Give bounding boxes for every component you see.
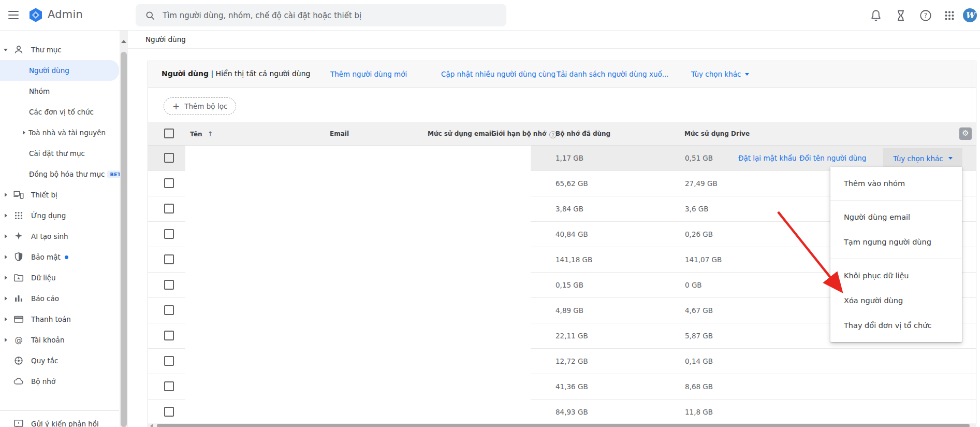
row-checkbox[interactable]	[164, 331, 174, 340]
row-checkbox[interactable]	[164, 254, 174, 264]
menu-item-change-org-unit[interactable]: Thay đổi đơn vị tổ chức	[830, 313, 962, 338]
toolbar-link-add-new-user[interactable]: Thêm người dùng mới	[330, 70, 407, 78]
sidebar-item-label: Quy tắc	[31, 357, 58, 365]
row-checkbox[interactable]	[164, 305, 174, 315]
drive-usage-value: 4,67 GB	[685, 306, 713, 315]
scroll-left-icon[interactable]	[150, 424, 153, 427]
sort-ascending-icon: ↑	[208, 130, 213, 138]
search-bar[interactable]	[136, 4, 506, 26]
scroll-up-icon[interactable]	[121, 40, 126, 43]
menu-item-delete-user[interactable]: Xóa người dùng	[830, 288, 962, 313]
toolbar-link-bulk-update-users[interactable]: Cập nhật nhiều người dùng cùng l...	[441, 70, 566, 78]
help-icon[interactable]: ?	[919, 9, 932, 22]
card-icon	[13, 314, 24, 325]
menu-item-restore-data[interactable]: Khôi phục dữ liệu	[830, 263, 962, 288]
chevron-right-icon	[2, 296, 9, 301]
sidebar-item-label: Bộ nhớ	[31, 377, 55, 386]
sidebar-item-label: Thiết bị	[31, 191, 57, 199]
hourglass-tasks-icon[interactable]	[894, 9, 908, 22]
drive-usage-value: 0,26 GB	[685, 230, 713, 238]
sidebar-item-label: Thanh toán	[31, 315, 71, 323]
row-checkbox[interactable]	[164, 229, 174, 239]
storage-used-value: 4,89 GB	[555, 306, 583, 315]
horizontal-scrollbar-thumb[interactable]	[157, 424, 970, 427]
sidebar-item-toa-nha-va-tai-nguyen[interactable]: Toà nhà và tài nguyên	[0, 122, 119, 143]
sidebar-item-dong-bo-hoa-thu-muc[interactable]: Đồng bộ hóa thư mụcBETA	[0, 164, 119, 184]
menu-hamburger-icon[interactable]	[8, 11, 19, 19]
menu-item-suspend-user[interactable]: Tạm ngưng người dùng	[830, 230, 962, 254]
more-options-button[interactable]: Tùy chọn khác	[883, 148, 962, 168]
notifications-bell-icon[interactable]	[869, 9, 883, 22]
sidebar-item-tai-khoan[interactable]: @Tài khoản	[0, 330, 119, 350]
row-checkbox[interactable]	[164, 407, 174, 417]
drive-usage-value: 0 GB	[685, 281, 702, 289]
chevron-right-icon	[2, 276, 9, 280]
row-checkbox[interactable]	[164, 153, 174, 163]
sidebar-item-cai-dat-thu-muc[interactable]: Cài đặt thư mục	[0, 143, 119, 164]
drive-usage-value: 0,14 GB	[685, 357, 713, 365]
apps-icon	[13, 210, 24, 221]
plus-icon: +	[172, 101, 180, 111]
sidebar-item-thu-muc[interactable]: Thư mục	[0, 39, 119, 60]
rename-user-link[interactable]: Đổi tên người dùng	[799, 154, 866, 162]
row-checkbox[interactable]	[164, 178, 174, 188]
sidebar-item-du-lieu[interactable]: Dữ liệu	[0, 267, 119, 288]
toolbar-link-download-user-list[interactable]: Tải danh sách người dùng xuố...	[557, 70, 669, 78]
sidebar-item-thanh-toan[interactable]: Thanh toán	[0, 309, 119, 330]
sidebar-item-quy-tac[interactable]: Quy tắc	[0, 350, 119, 371]
sidebar-item-nhom[interactable]: Nhóm	[0, 81, 119, 102]
sidebar-scrollbar-thumb[interactable]	[121, 52, 127, 427]
row-checkbox[interactable]	[164, 204, 174, 214]
chevron-right-icon	[2, 214, 9, 218]
storage-used-value: 22,11 GB	[555, 332, 588, 340]
storage-used-value: 0,15 GB	[555, 281, 583, 289]
row-checkbox[interactable]	[164, 381, 174, 391]
add-filter-label: Thêm bộ lọc	[184, 102, 227, 110]
sidebar-item-label: Bảo mật	[31, 253, 61, 261]
sidebar-scrollbar[interactable]	[120, 31, 128, 427]
row-checkbox[interactable]	[164, 356, 174, 366]
sidebar-item-ai-tao-sinh[interactable]: AI tạo sinh	[0, 226, 119, 247]
sidebar-item-bo-nho[interactable]: Bộ nhớ	[0, 371, 119, 392]
folder-icon	[13, 272, 24, 283]
filter-row: + Thêm bộ lọc	[148, 88, 976, 122]
column-header-drive-usage: Mức sử dụng Drive	[684, 130, 750, 137]
storage-used-value: 12,72 GB	[555, 357, 588, 365]
menu-item-add-to-group[interactable]: Thêm vào nhóm	[830, 171, 962, 196]
column-header-name[interactable]: Tên↑	[190, 130, 213, 138]
user-avatar[interactable]: W	[963, 8, 977, 22]
sidebar-item-label: Ứng dụng	[31, 211, 66, 220]
drive-usage-value: 11,8 GB	[685, 408, 713, 416]
sidebar-item-label: Thư mục	[31, 46, 62, 54]
shield-icon	[13, 251, 24, 263]
devices-icon	[13, 189, 24, 201]
column-header-storage-limit: Giới hạn bộ nhớ?	[491, 130, 557, 138]
sidebar-item-cac-don-vi-to-chuc[interactable]: Các đơn vị tổ chức	[0, 102, 119, 122]
more-options-menu: Thêm vào nhómNgười dùng emailTạm ngưng n…	[830, 167, 962, 342]
select-all-checkbox[interactable]	[164, 129, 174, 138]
sidebar-item-label: Đồng bộ hóa thư mục	[29, 170, 105, 178]
toolbar-link-more-options[interactable]: Tùy chọn khác	[691, 70, 749, 78]
add-filter-chip[interactable]: + Thêm bộ lọc	[164, 97, 236, 115]
sidebar-item-thiet-bi[interactable]: Thiết bị	[0, 184, 119, 205]
row-checkbox[interactable]	[164, 280, 174, 290]
sidebar-item-nguoi-dung[interactable]: Người dùng	[0, 60, 119, 81]
sidebar-item-bao-mat[interactable]: Bảo mật	[0, 247, 119, 267]
sidebar-item-feedback[interactable]: Gửi ý kiến phản hồi	[0, 414, 119, 427]
chevron-right-icon	[23, 131, 25, 135]
reset-password-link[interactable]: Đặt lại mật khẩu	[738, 154, 797, 162]
search-input[interactable]	[163, 11, 473, 20]
menu-item-email-user[interactable]: Người dùng email	[830, 205, 962, 230]
chart-icon	[13, 293, 24, 304]
storage-used-value: 65,62 GB	[555, 179, 588, 188]
column-header-email: Email	[330, 130, 349, 137]
chevron-right-icon	[2, 338, 9, 342]
column-settings-gear-icon[interactable]: ⚙	[959, 127, 972, 140]
sidebar-item-label: AI tạo sinh	[31, 232, 68, 240]
sidebar-item-label: Người dùng	[29, 66, 69, 75]
horizontal-scrollbar[interactable]	[148, 423, 977, 427]
redacted-area	[185, 146, 531, 423]
sidebar-item-ung-dung[interactable]: Ứng dụng	[0, 205, 119, 226]
sidebar-item-bao-cao[interactable]: Báo cáo	[0, 288, 119, 309]
apps-grid-icon[interactable]	[943, 9, 956, 22]
